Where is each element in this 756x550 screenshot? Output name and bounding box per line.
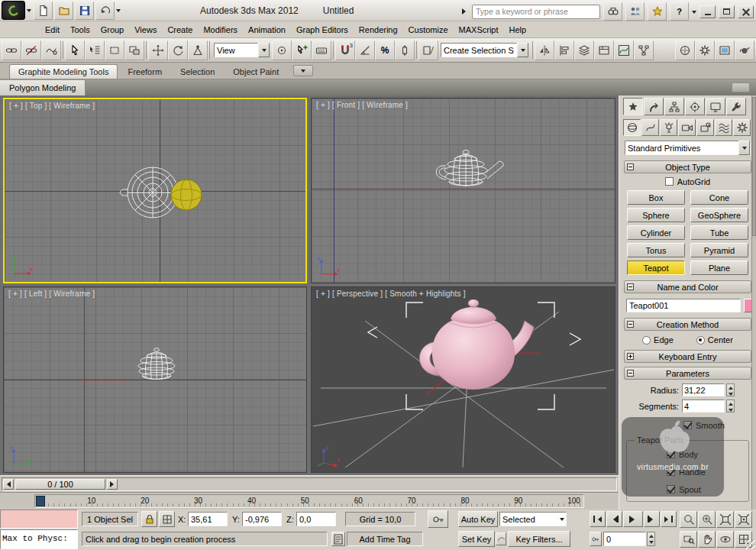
reference-coordinate-dropdown[interactable]: View: [214, 43, 270, 57]
time-slider-handle[interactable]: 0 / 100: [15, 479, 105, 490]
collapse-icon[interactable]: [627, 283, 634, 290]
current-frame-marker[interactable]: [36, 496, 45, 506]
zoom-extents-all-button[interactable]: [735, 511, 752, 528]
next-key-button[interactable]: [644, 511, 660, 527]
snap-toggle-button[interactable]: 3: [335, 40, 355, 60]
align-button[interactable]: [554, 40, 574, 60]
x-coordinate-input[interactable]: [188, 512, 228, 526]
menu-item[interactable]: Rendering: [354, 23, 403, 37]
tab-hierarchy[interactable]: [664, 98, 684, 115]
graphite-ribbon-toggle-button[interactable]: [594, 40, 614, 60]
rollout-name-and-color[interactable]: Name and Color: [624, 280, 751, 293]
ribbon-tab[interactable]: Selection: [172, 65, 223, 79]
previous-key-button[interactable]: [606, 511, 622, 527]
ribbon-minimize-button[interactable]: [293, 65, 313, 76]
radius-spinner[interactable]: [726, 383, 735, 396]
tab-polygon-modeling[interactable]: Polygon Modeling: [0, 80, 86, 95]
selection-region-button[interactable]: [105, 40, 124, 60]
set-keys-button[interactable]: [428, 510, 448, 528]
go-to-end-button[interactable]: [661, 511, 677, 527]
material-editor-button[interactable]: [675, 40, 695, 60]
app-logo[interactable]: [2, 1, 25, 20]
spin-down-icon[interactable]: [648, 539, 654, 546]
selection-lock-button[interactable]: [141, 511, 157, 527]
object-type-button[interactable]: Box: [627, 190, 685, 205]
z-coordinate-input[interactable]: [296, 512, 336, 526]
field-of-view-button[interactable]: [680, 531, 697, 548]
select-by-name-button[interactable]: [85, 40, 105, 60]
ribbon-tab[interactable]: Object Paint: [225, 65, 287, 79]
next-frame-button[interactable]: [107, 479, 118, 490]
menu-item[interactable]: Graph Editors: [291, 23, 354, 37]
rollout-keyboard-entry[interactable]: Keyboard Entry: [624, 350, 751, 363]
auto-key-button[interactable]: Auto Key: [458, 511, 498, 527]
zoom-extents-button[interactable]: [716, 511, 734, 528]
key-mode-toggle-button[interactable]: [590, 532, 602, 546]
maximize-button[interactable]: [719, 5, 735, 18]
macro-recorder-field[interactable]: [0, 510, 78, 529]
menu-item[interactable]: Help: [504, 23, 532, 37]
new-scene-button[interactable]: [34, 2, 53, 20]
object-type-button[interactable]: Tube: [690, 225, 748, 240]
object-type-button[interactable]: Torus: [627, 243, 685, 257]
save-file-button[interactable]: [75, 2, 94, 20]
object-type-button[interactable]: Sphere: [627, 208, 685, 222]
object-type-button[interactable]: Pyramid: [690, 243, 748, 257]
previous-frame-button[interactable]: [3, 479, 14, 490]
percent-snap-button[interactable]: %: [375, 40, 395, 60]
menu-item[interactable]: Animation: [243, 23, 291, 37]
curve-editor-button[interactable]: [614, 40, 634, 60]
search-button[interactable]: [603, 2, 622, 21]
menu-item[interactable]: Tools: [65, 23, 95, 37]
primitive-category-arrow[interactable]: [738, 141, 750, 155]
key-filters-button[interactable]: Key Filters...: [508, 531, 570, 547]
category-systems[interactable]: [733, 119, 751, 136]
tab-modify[interactable]: [644, 98, 664, 115]
frame-spinner[interactable]: [647, 532, 655, 546]
menu-item[interactable]: Views: [129, 23, 162, 37]
creation-method-radio[interactable]: Edge: [642, 335, 674, 345]
category-cameras[interactable]: [678, 119, 696, 136]
menu-item[interactable]: Group: [95, 23, 130, 37]
selection-set-arrow[interactable]: [517, 43, 528, 57]
tab-create[interactable]: [623, 98, 643, 115]
category-shapes[interactable]: [641, 119, 659, 136]
select-and-move-button[interactable]: [148, 40, 168, 60]
resize-grip[interactable]: [745, 539, 755, 549]
unlink-selection-button[interactable]: [21, 40, 41, 60]
teapot-part-checkbox[interactable]: Spout: [667, 484, 748, 495]
collapse-icon[interactable]: [627, 163, 634, 170]
layer-manager-button[interactable]: [574, 40, 594, 60]
help-dropdown-icon[interactable]: [692, 11, 696, 16]
bind-to-spacewarp-button[interactable]: [41, 40, 61, 60]
object-type-button[interactable]: Cone: [690, 190, 748, 205]
select-and-manipulate-button[interactable]: [292, 40, 312, 60]
favorites-button[interactable]: [648, 2, 667, 21]
spinner-snap-button[interactable]: [395, 40, 415, 60]
absolute-offset-mode-button[interactable]: [159, 511, 175, 527]
ribbon-panel-grip[interactable]: [732, 82, 750, 92]
named-selection-set-combo[interactable]: [441, 43, 528, 57]
creation-method-radio[interactable]: Center: [696, 335, 733, 345]
collapse-icon[interactable]: [627, 321, 634, 328]
key-filter-dropdown[interactable]: Selected: [499, 512, 567, 526]
menu-item[interactable]: Create: [162, 23, 198, 37]
search-expand-icon[interactable]: [462, 8, 469, 15]
object-type-button[interactable]: GeoSphere: [690, 208, 748, 222]
segments-spinner[interactable]: [726, 400, 735, 412]
communication-center-button[interactable]: [625, 2, 645, 21]
spin-up-icon[interactable]: [727, 384, 734, 391]
tab-utilities[interactable]: [726, 98, 746, 115]
time-tag-button[interactable]: [331, 532, 345, 546]
minimize-button[interactable]: [699, 5, 716, 18]
time-slider-track[interactable]: 0 / 100: [2, 477, 617, 491]
teapot-wireframe-left[interactable]: [121, 346, 193, 386]
search-input[interactable]: [472, 5, 600, 19]
panel-scrollbar[interactable]: [751, 95, 756, 510]
segments-input[interactable]: [682, 400, 725, 412]
viewport-top[interactable]: [ + ] [ Top ] [ Wireframe ] x y: [3, 98, 307, 283]
schematic-view-button[interactable]: [634, 40, 654, 60]
viewport-label[interactable]: [ + ] [ Front ] [ Wireframe ]: [316, 101, 408, 109]
rollout-creation-method[interactable]: Creation Method: [624, 318, 751, 331]
autogrid-checkbox[interactable]: AutoGrid: [619, 176, 756, 187]
